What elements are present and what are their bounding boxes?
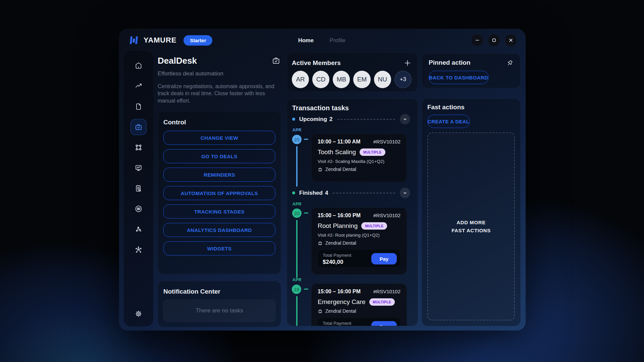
sidebar-item-home[interactable] [130,58,147,74]
plan-badge: Starter [183,35,212,46]
timeline-line [296,296,298,326]
group-finished: Finished 4 [292,188,410,198]
task-id: #RSV10102 [373,289,400,294]
document-icon [135,103,143,111]
home-icon [135,62,143,70]
sidebar-item-analytics[interactable] [130,78,147,94]
finished-dot [292,191,295,194]
avatar[interactable]: NU [374,71,391,88]
maximize-button[interactable] [488,34,500,46]
sidebar-item-design[interactable] [130,221,147,237]
chevron-down-icon [402,190,408,195]
cash-circle-icon [135,205,143,213]
monitor-chart-icon [135,164,143,172]
avatar[interactable]: EM [353,71,370,88]
multiple-badge: MULTIPLE [369,298,395,306]
building-icon [318,167,323,172]
sidebar-item-documents[interactable] [130,99,147,115]
brand-name: YAMURE [144,36,176,45]
minimize-button[interactable] [471,34,483,46]
task-org: Zendral Dental [325,308,356,314]
briefcase-check-icon [135,123,143,131]
task-card-emergency-care[interactable]: 15:00 – 16:00 PM #RSV10102 Emergency Car… [311,284,407,326]
avatar[interactable]: AR [292,71,309,88]
window-controls [471,34,517,46]
finished-label: Finished [299,190,323,196]
reminders-button[interactable]: REMINDERS [163,168,275,182]
task-card-root-planning[interactable]: 15:00 – 16:00 PM #RSV10102 Root Planning… [311,207,407,275]
avatar-row: AR CD MB EM NU +3 [292,71,412,88]
task-time: 15:00 – 16:00 PM [318,289,361,295]
dashed-divider [337,119,395,120]
collapse-upcoming-button[interactable] [400,114,410,124]
timeline-day: 19 [292,285,301,294]
add-fast-actions-text: ADD MORE [457,219,485,227]
avatar[interactable]: MB [333,71,350,88]
back-to-dashboard-button[interactable]: BACK TO DASHBOARD [429,71,489,84]
yamure-logo-icon [129,35,139,45]
notification-center-title: Notification Center [163,288,275,295]
timeline-tick [304,289,308,290]
automation-of-approvals-button[interactable]: AUTOMATION OF APPROVALS [163,186,275,200]
pin-icon[interactable] [505,58,515,67]
upcoming-dot [292,118,295,121]
upcoming-label: Upcoming [299,116,327,123]
task-name: Root Planning [318,222,358,230]
dashed-divider [333,193,395,193]
pinned-action-panel: Pinned action BACK TO DASHBOARD [422,53,521,88]
tracking-stages-button[interactable]: TRACKING STAGES [163,204,275,219]
timeline-day: 20 [292,208,302,218]
payment-box: Total Payment $240,00 Pay [318,317,400,326]
sidebar-item-payments[interactable] [130,201,147,217]
vector-pen-icon [135,225,143,233]
collapse-finished-button[interactable] [400,188,410,198]
topbar: YAMURE Starter Home Profile [119,29,526,52]
sidebar-item-network[interactable] [130,242,147,258]
task-org: Zendral Dental [325,167,356,172]
briefcase-check-icon [272,56,280,66]
minimize-icon [475,38,480,43]
timeline-tick [304,139,308,140]
sidebar [124,51,153,326]
chevron-down-icon [402,117,408,122]
sidebar-item-frames[interactable] [130,139,147,156]
create-a-deal-button[interactable]: CREATE A DEAL [427,115,470,128]
task-time: 10:00 – 11:00 AM [318,139,360,145]
sidebar-item-reports[interactable] [130,180,147,196]
plus-icon[interactable] [404,59,412,67]
widgets-button[interactable]: WIDGETS [163,241,275,255]
change-view-button[interactable]: CHANGE VIEW [163,131,275,145]
timeline-month: APR [292,128,302,132]
group-upcoming: Upcoming 2 [292,114,410,124]
notification-empty-text: There are no tasks [196,307,243,314]
network-star-icon [135,246,143,254]
pay-button[interactable]: Pay [371,321,397,326]
sidebar-item-settings[interactable] [130,306,147,322]
sidebar-item-deals[interactable] [130,119,147,135]
close-button[interactable] [505,34,517,46]
go-to-deals-button[interactable]: GO TO DEALS [163,149,275,163]
task-time: 15:00 – 16:00 PM [318,213,361,219]
close-icon [508,38,513,43]
report-search-icon [135,184,143,192]
fast-actions-panel: Fast actions CREATE A DEAL ADD MORE FAST… [422,99,521,326]
multiple-badge: MULTIPLE [361,222,387,230]
pay-button[interactable]: Pay [371,253,397,264]
sidebar-item-presentations[interactable] [130,160,147,176]
avatar-overflow[interactable]: +3 [394,71,412,88]
timeline-tick [304,213,308,214]
dealdesk-header: DealDesk Effortless deal automation Cent… [158,56,281,104]
app-window: YAMURE Starter Home Profile [119,29,526,330]
tab-profile[interactable]: Profile [330,37,345,44]
upcoming-count: 2 [329,116,332,123]
add-fast-actions-dropzone[interactable]: ADD MORE FAST ACTIONS [427,132,515,320]
task-card-tooth-scaling[interactable]: 10:00 – 11:00 AM #RSV10102 Tooth Scaling… [311,134,407,182]
multiple-badge: MULTIPLE [360,148,385,156]
analytics-dashboard-button[interactable]: ANALYTICS DASHBOARD [163,223,275,237]
timeline-month: APR [292,278,302,282]
avatar[interactable]: CD [312,71,329,88]
finished-count: 4 [325,190,328,196]
pinned-action-title: Pinned action [429,59,471,66]
transaction-tasks-panel: Transaction tasks Upcoming 2 APR 25 10:0… [287,99,418,326]
tab-home[interactable]: Home [298,37,314,44]
